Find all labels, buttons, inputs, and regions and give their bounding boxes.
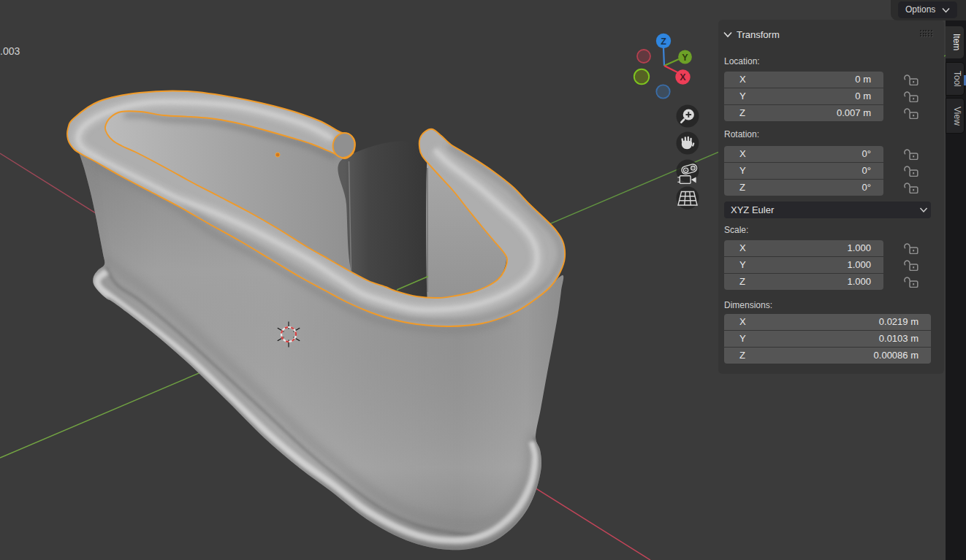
- svg-text:X: X: [680, 72, 686, 83]
- svg-text:Y: Y: [682, 53, 688, 63]
- svg-text:Z: Z: [661, 37, 666, 47]
